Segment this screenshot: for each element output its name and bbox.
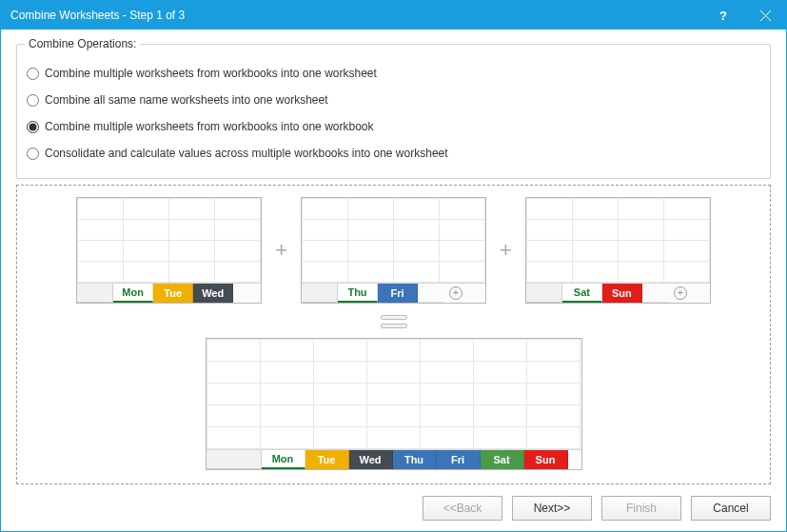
sheet2-tabs: Thu Fri + [302, 284, 485, 303]
tabs-spacer [468, 284, 485, 303]
finish-button[interactable]: Finish [601, 496, 681, 521]
tab-selector-blank [207, 450, 262, 469]
dialog-body: Combine Operations: Combine multiple wor… [1, 30, 786, 531]
sheet2-tab-thu: Thu [338, 284, 378, 303]
cancel-button[interactable]: Cancel [691, 496, 771, 521]
result-tab-thu: Thu [393, 450, 437, 469]
mini-grid [207, 339, 581, 450]
result-tab-wed: Wed [349, 450, 393, 469]
titlebar: Combine Worksheets - Step 1 of 3 ? [1, 1, 786, 30]
radio-input-consolidate[interactable] [27, 148, 39, 160]
result-tab-mon: Mon [262, 450, 305, 469]
result-tabs: Mon Tue Wed Thu Fri Sat Sun [207, 450, 581, 469]
mini-grid [526, 198, 710, 284]
footer-buttons: <<Back Next>> Finish Cancel [16, 484, 771, 521]
result-tab-tue: Tue [305, 450, 349, 469]
radio-input-same-name[interactable] [27, 94, 39, 107]
radio-input-one-worksheet[interactable] [27, 68, 39, 80]
tab-selector-blank [526, 284, 562, 303]
radio-option-one-worksheet[interactable]: Combine multiple worksheets from workboo… [25, 60, 762, 87]
sheet2-tab-fri: Fri [378, 284, 418, 303]
plus-icon: + [275, 240, 287, 261]
equals-icon [381, 315, 407, 328]
tabs-fill [418, 284, 443, 303]
radio-option-consolidate[interactable]: Consolidate and calculate values across … [25, 140, 762, 167]
sheet3-tab-sun: Sun [602, 284, 642, 303]
sheet3-tab-sat: Sat [562, 284, 602, 303]
combine-operations-group: Combine Operations: Combine multiple wor… [16, 37, 771, 179]
sheet1-tab-wed: Wed [193, 284, 233, 303]
diagram-sheet-2: Thu Fri + [301, 197, 486, 304]
tab-selector-blank [77, 284, 113, 303]
titlebar-close-button[interactable] [744, 1, 786, 30]
tabs-fill [642, 284, 668, 303]
add-sheet-icon: + [443, 284, 468, 303]
result-tab-sun: Sun [524, 450, 568, 469]
add-sheet-icon: + [668, 284, 693, 303]
titlebar-title: Combine Worksheets - Step 1 of 3 [10, 9, 702, 22]
tab-selector-blank [302, 284, 338, 303]
radio-input-one-workbook[interactable] [27, 121, 39, 133]
mini-grid [302, 198, 485, 284]
tabs-spacer [693, 284, 710, 303]
result-tab-sat: Sat [481, 450, 524, 469]
close-icon [760, 10, 771, 21]
titlebar-help-button[interactable]: ? [702, 1, 744, 30]
combine-operations-legend: Combine Operations: [25, 37, 140, 50]
sheet1-tab-tue: Tue [153, 284, 193, 303]
plus-icon: + [500, 240, 512, 261]
radio-label: Consolidate and calculate values across … [45, 147, 448, 160]
diagram-result-sheet: Mon Tue Wed Thu Fri Sat Sun [206, 338, 582, 470]
radio-option-one-workbook[interactable]: Combine multiple worksheets from workboo… [25, 113, 762, 140]
tabs-spacer [568, 450, 581, 469]
radio-option-same-name[interactable]: Combine all same name worksheets into on… [25, 87, 762, 113]
radio-label: Combine multiple worksheets from workboo… [45, 67, 377, 80]
mini-grid [77, 198, 261, 284]
result-tab-fri: Fri [437, 450, 481, 469]
diagram-sheet-3: Sat Sun + [525, 197, 711, 304]
radio-label: Combine multiple worksheets from workboo… [45, 120, 374, 133]
next-button[interactable]: Next>> [512, 496, 592, 521]
diagram-top-row: Mon Tue Wed + Thu Fri + [76, 197, 711, 304]
radio-label: Combine all same name worksheets into on… [45, 93, 327, 107]
sheet3-tabs: Sat Sun + [526, 284, 710, 303]
sheet1-tabs: Mon Tue Wed [77, 284, 261, 303]
sheet1-tab-mon: Mon [113, 284, 153, 303]
back-button[interactable]: <<Back [423, 496, 502, 521]
diagram-sheet-1: Mon Tue Wed [76, 197, 262, 304]
diagram-area: Mon Tue Wed + Thu Fri + [16, 185, 771, 484]
